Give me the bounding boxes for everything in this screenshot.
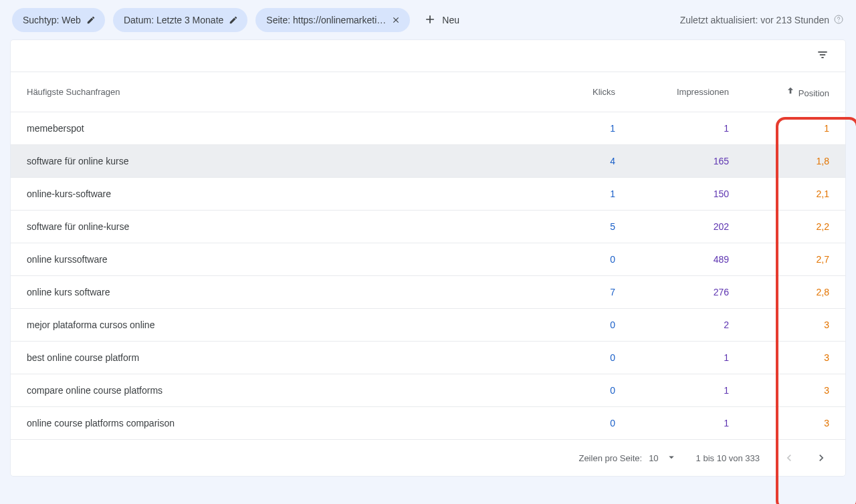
cell-query: software für online-kurse	[11, 211, 538, 243]
table-row[interactable]: online kurssoftware04892,7	[11, 243, 845, 276]
column-header-clicks[interactable]: Klicks	[538, 72, 631, 112]
cell-impressions: 1	[631, 342, 745, 374]
page-next-button[interactable]	[811, 447, 832, 469]
table-row[interactable]: memeberspot111	[11, 112, 845, 145]
table-row[interactable]: software für online-kurse52022,2	[11, 211, 845, 243]
cell-query: memeberspot	[11, 112, 538, 145]
table-row[interactable]: online-kurs-software11502,1	[11, 178, 845, 211]
cell-clicks: 0	[538, 374, 631, 407]
filter-chip-date[interactable]: Datum: Letzte 3 Monate	[113, 8, 247, 32]
close-icon[interactable]	[390, 14, 402, 26]
chip-label: Datum: Letzte 3 Monate	[124, 15, 223, 25]
pencil-icon	[227, 14, 239, 26]
cell-query: online kurssoftware	[11, 243, 538, 276]
cell-clicks: 0	[538, 309, 631, 342]
table-row[interactable]: online course platforms comparison013	[11, 407, 845, 440]
column-header-query[interactable]: Häufigste Suchanfragen	[11, 72, 538, 112]
column-header-position[interactable]: Position	[745, 72, 845, 112]
cell-impressions: 165	[631, 145, 745, 178]
cell-impressions: 202	[631, 211, 745, 243]
table-row[interactable]: mejor plataforma cursos online023	[11, 309, 845, 342]
table-row[interactable]: compare online course platforms013	[11, 374, 845, 407]
column-header-position-label: Position	[798, 88, 829, 98]
cell-impressions: 1	[631, 374, 745, 407]
cell-position: 3	[745, 342, 845, 374]
cell-query: best online course platform	[11, 342, 538, 374]
column-header-impressions[interactable]: Impressionen	[631, 72, 745, 112]
new-filter-button[interactable]: Neu	[423, 13, 459, 28]
cell-query: compare online course platforms	[11, 374, 538, 407]
svg-point-1	[838, 21, 839, 21]
cell-impressions: 276	[631, 276, 745, 309]
rows-per-page-label: Zeilen pro Seite:	[578, 453, 642, 463]
queries-card: Häufigste Suchanfragen Klicks Impression…	[11, 40, 845, 476]
filter-bar: Suchtyp: Web Datum: Letzte 3 Monate Seit…	[0, 0, 856, 40]
cell-clicks: 0	[538, 342, 631, 374]
cell-position: 2,2	[745, 211, 845, 243]
pencil-icon	[85, 14, 97, 26]
cell-impressions: 489	[631, 243, 745, 276]
cell-impressions: 1	[631, 112, 745, 145]
pagination	[778, 447, 832, 469]
cell-clicks: 1	[538, 112, 631, 145]
page-prev-button[interactable]	[778, 447, 800, 469]
cell-position: 2,1	[745, 178, 845, 211]
cell-impressions: 150	[631, 178, 745, 211]
cell-position: 3	[745, 374, 845, 407]
cell-clicks: 1	[538, 178, 631, 211]
filter-chip-search-type[interactable]: Suchtyp: Web	[12, 8, 105, 32]
cell-impressions: 1	[631, 407, 745, 440]
filter-icon[interactable]	[816, 48, 829, 64]
cell-query: online course platforms comparison	[11, 407, 538, 440]
cell-query: software für online kurse	[11, 145, 538, 178]
cell-impressions: 2	[631, 309, 745, 342]
filter-chip-page[interactable]: Seite: https://onlinemarketi…	[255, 8, 410, 32]
last-updated-label: Zuletzt aktualisiert: vor 213 Stunden	[680, 15, 829, 25]
chip-label: Seite: https://onlinemarketi…	[266, 15, 386, 25]
table-header-row: Häufigste Suchanfragen Klicks Impression…	[11, 72, 845, 112]
arrow-up-icon	[785, 86, 796, 96]
cell-position: 2,8	[745, 276, 845, 309]
cell-position: 1,8	[745, 145, 845, 178]
help-icon[interactable]	[833, 14, 844, 27]
cell-position: 3	[745, 309, 845, 342]
table-row[interactable]: best online course platform013	[11, 342, 845, 374]
cell-clicks: 5	[538, 211, 631, 243]
cell-query: online-kurs-software	[11, 178, 538, 211]
cell-clicks: 7	[538, 276, 631, 309]
rows-per-page-value: 10	[649, 453, 658, 463]
cell-clicks: 4	[538, 145, 631, 178]
cell-position: 2,7	[745, 243, 845, 276]
last-updated: Zuletzt aktualisiert: vor 213 Stunden	[680, 14, 844, 27]
cell-query: online kurs software	[11, 276, 538, 309]
rows-per-page[interactable]: Zeilen pro Seite: 10	[578, 451, 677, 465]
card-toolbar	[11, 40, 845, 72]
table-row[interactable]: software für online kurse41651,8	[11, 145, 845, 178]
cell-query: mejor plataforma cursos online	[11, 309, 538, 342]
cell-clicks: 0	[538, 243, 631, 276]
queries-table: Häufigste Suchanfragen Klicks Impression…	[11, 72, 845, 440]
plus-icon	[423, 13, 437, 28]
cell-position: 1	[745, 112, 845, 145]
cell-position: 3	[745, 407, 845, 440]
range-label: 1 bis 10 von 333	[696, 453, 760, 463]
table-row[interactable]: online kurs software72762,8	[11, 276, 845, 309]
cell-clicks: 0	[538, 407, 631, 440]
table-footer: Zeilen pro Seite: 10 1 bis 10 von 333	[11, 440, 845, 476]
chip-label: Suchtyp: Web	[23, 15, 81, 25]
chevron-down-icon	[665, 451, 677, 465]
new-label: Neu	[442, 15, 459, 25]
